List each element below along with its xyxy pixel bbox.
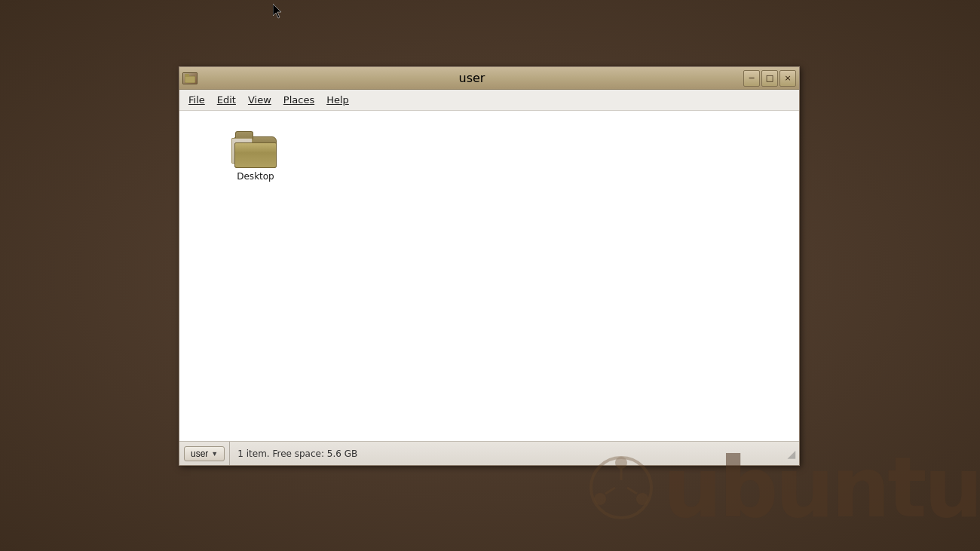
mouse-cursor xyxy=(273,4,283,19)
svg-point-6 xyxy=(594,493,606,505)
ubuntu-watermark: ubuntu xyxy=(587,439,980,536)
svg-line-9 xyxy=(605,488,615,494)
titlebar-left xyxy=(182,72,201,84)
minimize-button[interactable]: − xyxy=(743,70,760,87)
menubar: File Edit View Places Help xyxy=(179,90,799,111)
menu-file[interactable]: File xyxy=(182,92,211,108)
titlebar: user − □ × xyxy=(179,67,799,90)
folder-front-shape xyxy=(234,142,277,168)
list-item[interactable]: Desktop xyxy=(222,123,289,185)
file-content-area[interactable]: Desktop xyxy=(179,111,799,441)
svg-point-5 xyxy=(636,493,648,505)
statusbar-path: user ▼ xyxy=(179,442,230,465)
svg-rect-0 xyxy=(185,76,195,83)
menu-view[interactable]: View xyxy=(242,92,277,108)
folder-icon xyxy=(231,126,280,168)
chevron-down-icon: ▼ xyxy=(211,450,218,458)
titlebar-buttons: − □ × xyxy=(743,70,796,87)
path-button[interactable]: user ▼ xyxy=(184,446,225,461)
svg-point-4 xyxy=(615,457,627,469)
close-button[interactable]: × xyxy=(779,70,796,87)
window-title: user xyxy=(459,71,485,85)
menu-help[interactable]: Help xyxy=(320,92,355,108)
ubuntu-text: ubuntu xyxy=(663,439,980,536)
menu-edit[interactable]: Edit xyxy=(211,92,242,108)
folder-label: Desktop xyxy=(237,171,274,182)
maximize-button[interactable]: □ xyxy=(761,70,778,87)
file-manager-window: user − □ × File Edit View Places Help De… xyxy=(179,66,800,466)
svg-line-8 xyxy=(627,488,637,494)
svg-rect-2 xyxy=(185,74,189,77)
titlebar-app-icon xyxy=(182,72,198,84)
ubuntu-logo-icon xyxy=(587,454,655,522)
menu-places[interactable]: Places xyxy=(277,92,320,108)
path-label: user xyxy=(191,448,208,459)
titlebar-center: user xyxy=(201,71,743,85)
